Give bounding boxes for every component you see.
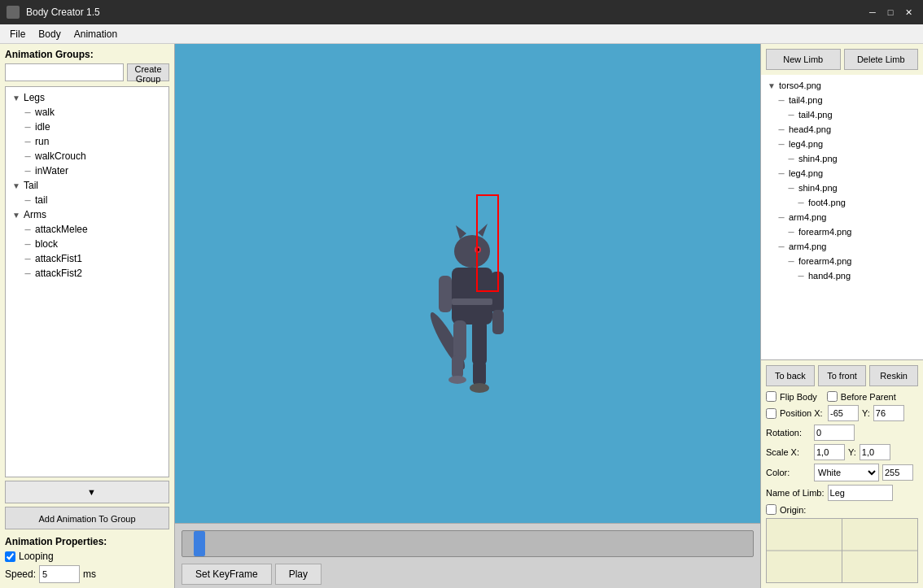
tree-node-walk[interactable]: ─walk <box>7 105 167 120</box>
scale-x-input[interactable] <box>814 444 845 460</box>
tree-node-legs[interactable]: ▼Legs <box>7 90 167 105</box>
position-y-input[interactable] <box>873 405 904 421</box>
tree-node-inWater[interactable]: ─inWater <box>7 163 167 178</box>
tree-node-walkCrouch[interactable]: ─walkCrouch <box>7 149 167 163</box>
color-number-input[interactable] <box>882 464 913 481</box>
limb-tree-node-foot4[interactable]: ─foot4.png <box>763 195 921 210</box>
reskin-button[interactable]: Reskin <box>869 365 918 386</box>
tree-node-attackFist2[interactable]: ─attackFist2 <box>7 266 167 281</box>
limb-label: forearm4.png <box>798 256 851 266</box>
tree-node-label: idle <box>35 121 50 133</box>
create-group-button[interactable]: Create Group <box>127 63 169 81</box>
leaf-icon: ─ <box>22 238 33 250</box>
limb-tree-node-arm4-2[interactable]: ─arm4.png <box>763 239 921 254</box>
tree-node-attackMelee[interactable]: ─attackMelee <box>7 222 167 237</box>
leaf-icon: ─ <box>22 136 33 147</box>
maximize-button[interactable]: □ <box>882 4 899 20</box>
leaf-icon: ─ <box>22 268 33 279</box>
before-parent-checkbox[interactable] <box>827 391 838 402</box>
limb-tree-node-leg4-2[interactable]: ─leg4.png <box>763 166 921 181</box>
speed-unit: ms <box>83 568 96 580</box>
limb-label: arm4.png <box>789 212 826 222</box>
tree-node-label: Legs <box>24 92 45 103</box>
flip-body-checkbox[interactable] <box>766 391 776 402</box>
app-icon <box>7 6 20 19</box>
limb-label: tail4.png <box>789 95 823 105</box>
minimize-button[interactable]: ─ <box>864 4 881 20</box>
tree-node-label: Tail <box>24 180 38 191</box>
tree-node-tail[interactable]: ▼Tail <box>7 178 167 193</box>
tree-node-block[interactable]: ─block <box>7 237 167 251</box>
limb-tree-node-shin4-1[interactable]: ─shin4.png <box>763 151 921 166</box>
timeline-track[interactable] <box>182 530 754 557</box>
close-button[interactable]: ✕ <box>900 4 916 20</box>
delete-limb-button[interactable]: Delete Limb <box>844 49 919 70</box>
add-animation-button[interactable]: Add Animation To Group <box>5 507 169 529</box>
right-panel: New Limb Delete Limb ▼torso4.png─tail4.p… <box>760 44 923 588</box>
limb-tree-node-head4[interactable]: ─head4.png <box>763 122 921 137</box>
play-button[interactable]: Play <box>275 564 322 585</box>
group-name-input[interactable] <box>5 63 124 81</box>
limb-tree-node-torso4[interactable]: ▼torso4.png <box>763 78 921 93</box>
menu-animation[interactable]: Animation <box>68 27 124 41</box>
speed-row: Speed: ms <box>5 565 169 583</box>
tree-node-idle[interactable]: ─idle <box>7 120 167 134</box>
color-select[interactable]: White Black Red Green Blue <box>814 464 879 481</box>
limb-tree-node-arm4-1[interactable]: ─arm4.png <box>763 210 921 224</box>
looping-row: Looping <box>5 551 169 562</box>
titlebar-controls: ─ □ ✕ <box>864 4 916 20</box>
menu-body[interactable]: Body <box>32 27 67 41</box>
limb-tree[interactable]: ▼torso4.png─tail4.png─tail4.png─head4.pn… <box>761 75 923 360</box>
color-label: Color: <box>766 468 811 477</box>
expand-icon: ▼ <box>11 180 22 191</box>
tree-node-run[interactable]: ─run <box>7 134 167 149</box>
back-front-reskin-row: To back To front Reskin <box>766 365 918 386</box>
limb-tree-node-hand4[interactable]: ─hand4.png <box>763 268 921 283</box>
position-checkbox[interactable] <box>766 408 776 419</box>
animation-groups-label: Animation Groups: <box>5 49 169 60</box>
before-parent-label: Before Parent <box>841 392 896 402</box>
origin-checkbox[interactable] <box>766 504 776 515</box>
limb-tree-node-tail4-leaf[interactable]: ─tail4.png <box>763 107 921 122</box>
limb-tree-node-forearm4-1[interactable]: ─forearm4.png <box>763 224 921 239</box>
timeline-thumb[interactable] <box>194 531 205 556</box>
new-limb-button[interactable]: New Limb <box>766 49 841 70</box>
svg-rect-10 <box>472 320 487 365</box>
limb-tree-node-shin4-2[interactable]: ─shin4.png <box>763 181 921 195</box>
titlebar-left: Body Creator 1.5 <box>7 6 100 19</box>
position-x-input[interactable] <box>828 405 859 421</box>
limb-tree-node-forearm4-2[interactable]: ─forearm4.png <box>763 254 921 268</box>
looping-checkbox[interactable] <box>5 551 15 562</box>
speed-input[interactable] <box>39 565 80 583</box>
tree-node-tail-child[interactable]: ─tail <box>7 193 167 207</box>
menu-file[interactable]: File <box>3 27 32 41</box>
limb-label: arm4.png <box>789 242 826 251</box>
rotation-label: Rotation: <box>766 428 811 438</box>
animation-dropdown[interactable]: ▼ <box>5 481 169 503</box>
animation-tree[interactable]: ▼Legs─walk─idle─run─walkCrouch─inWater▼T… <box>5 86 169 477</box>
scale-y-label: Y: <box>848 447 856 457</box>
left-panel: Animation Groups: Create Group ▼Legs─wal… <box>0 44 175 588</box>
rotation-input[interactable] <box>814 425 855 441</box>
tree-node-arms[interactable]: ▼Arms <box>7 207 167 222</box>
tree-node-label: block <box>35 238 58 250</box>
scale-y-input[interactable] <box>860 444 890 460</box>
to-front-button[interactable]: To front <box>818 365 867 386</box>
limb-label: shin4.png <box>798 183 838 193</box>
expand-icon: ▼ <box>11 92 22 103</box>
color-row: Color: White Black Red Green Blue <box>766 464 918 481</box>
canvas-area[interactable] <box>175 44 760 523</box>
svg-point-6 <box>476 248 479 251</box>
limb-tree-node-tail4[interactable]: ─tail4.png <box>763 93 921 107</box>
tree-node-attackFist1[interactable]: ─attackFist1 <box>7 251 167 266</box>
position-x-label: Position X: <box>780 408 825 418</box>
limb-label: head4.png <box>789 124 831 134</box>
limb-tree-node-leg4-1[interactable]: ─leg4.png <box>763 137 921 151</box>
app-title: Body Creator 1.5 <box>26 7 100 18</box>
timeline-buttons: Set KeyFrame Play <box>175 560 760 588</box>
svg-rect-8 <box>492 310 504 334</box>
svg-rect-1 <box>452 268 492 324</box>
name-of-limb-input[interactable] <box>828 485 893 501</box>
to-back-button[interactable]: To back <box>766 365 815 386</box>
set-keyframe-button[interactable]: Set KeyFrame <box>182 564 272 585</box>
